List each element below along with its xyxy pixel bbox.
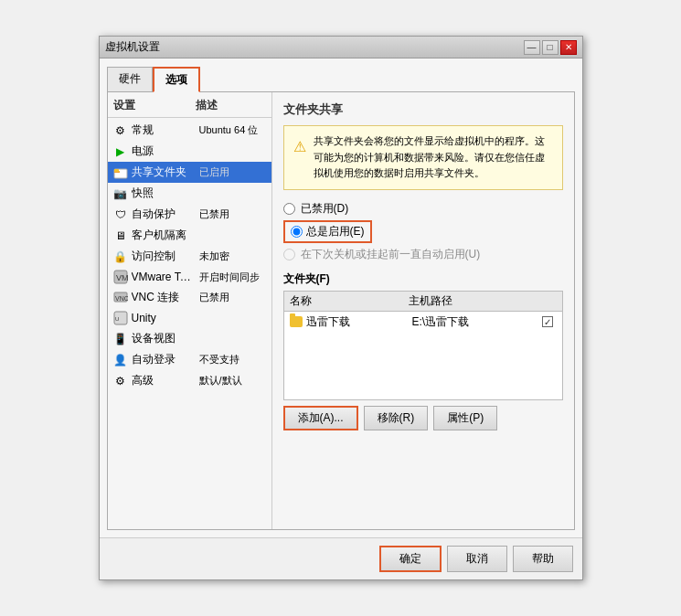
list-item-isolation[interactable]: 🖥 客户机隔离 [108, 225, 271, 246]
list-item-advanced[interactable]: ⚙ 高级 默认/默认 [108, 370, 271, 391]
list-item-shared-folders[interactable]: 共享文件夹 已启用 [108, 162, 271, 183]
folder-enabled-checkbox[interactable]: ✓ [542, 316, 553, 327]
svg-text:VNC: VNC [115, 295, 128, 302]
list-item-deviceview[interactable]: 📱 设备视图 [108, 328, 271, 349]
autologin-icon: 👤 [113, 353, 128, 367]
folder-table-row[interactable]: 迅雷下载 E:\迅雷下载 ✓ [284, 312, 562, 333]
radio-always-label[interactable]: 总是启用(E) [306, 224, 365, 239]
radio-always[interactable] [291, 226, 303, 238]
settings-detail: 文件夹共享 ⚠ 共享文件夹会将您的文件显示给虚拟机中的程序。这可能为您的计算机和… [272, 92, 574, 529]
window-controls: — □ ✕ [524, 40, 577, 55]
tab-options[interactable]: 选项 [153, 67, 200, 92]
tab-content: 设置 描述 ⚙ 常规 Ubuntu 64 位 ▶ 电源 [107, 91, 575, 530]
window-content: 硬件 选项 设置 描述 ⚙ 常规 Ubuntu 64 位 [100, 58, 582, 537]
lock-icon: 🔒 [113, 250, 128, 264]
radio-row-disabled: 已禁用(D) [283, 201, 563, 217]
tab-bar: 硬件 选项 [107, 66, 575, 91]
radio-row-always: 总是启用(E) [283, 220, 563, 243]
close-button[interactable]: ✕ [560, 40, 577, 55]
maximize-button[interactable]: □ [542, 40, 559, 55]
power-icon: ▶ [113, 144, 128, 159]
list-item-vmwaretools[interactable]: VM VMware Tools 开启时间同步 [108, 267, 271, 287]
confirm-button[interactable]: 确定 [379, 546, 442, 572]
radio-row-until-shutdown: 在下次关机或挂起前一直自动启用(U) [283, 247, 563, 262]
list-item-vnc[interactable]: VNC VNC 连接 已禁用 [108, 287, 271, 308]
warning-icon: ⚠ [293, 135, 306, 182]
advanced-icon: ⚙ [113, 374, 128, 388]
radio-disabled[interactable] [283, 203, 295, 215]
radio-until-label: 在下次关机或挂起前一直自动启用(U) [301, 247, 481, 262]
warning-text: 共享文件夹会将您的文件显示给虚拟机中的程序。这可能为您的计算机和数据带来风险。请… [314, 133, 553, 182]
window-title: 虚拟机设置 [105, 39, 160, 55]
unity-icon: U [113, 311, 128, 325]
folder-table: 名称 主机路径 迅雷下载 E:\迅雷下载 ✓ [283, 291, 563, 400]
radio-group-sharing: 已禁用(D) 总是启用(E) 在下次关机或挂起前一直自动启用(U) [283, 201, 563, 262]
radio-until-shutdown[interactable] [283, 249, 295, 260]
title-bar: 虚拟机设置 — □ ✕ [100, 37, 582, 58]
deviceview-icon: 📱 [113, 332, 128, 346]
snapshot-icon: 📷 [113, 186, 128, 201]
folder-action-buttons: 添加(A)... 移除(R) 属性(P) [283, 406, 563, 430]
svg-text:VM: VM [116, 273, 128, 282]
folder-icon [290, 316, 303, 327]
properties-folder-button[interactable]: 属性(P) [433, 406, 497, 430]
folder-table-header: 名称 主机路径 [284, 292, 562, 312]
section-title: 文件夹共享 [283, 101, 563, 118]
list-item-snapshot[interactable]: 📷 快照 [108, 183, 271, 204]
add-folder-button[interactable]: 添加(A)... [283, 406, 358, 430]
minimize-button[interactable]: — [524, 40, 540, 55]
warning-box: ⚠ 共享文件夹会将您的文件显示给虚拟机中的程序。这可能为您的计算机和数据带来风险… [283, 125, 563, 190]
list-item-autoprotect[interactable]: 🛡 自动保护 已禁用 [108, 204, 271, 225]
cancel-button[interactable]: 取消 [447, 546, 507, 572]
vnc-icon: VNC [113, 291, 128, 305]
main-window: 虚拟机设置 — □ ✕ 硬件 选项 设置 描述 [99, 36, 583, 580]
tab-hardware[interactable]: 硬件 [107, 67, 153, 92]
list-header: 设置 描述 [108, 96, 271, 115]
folder-section-title: 文件夹(F) [283, 271, 563, 287]
bottom-bar: 确定 取消 帮助 [100, 537, 582, 579]
list-item-general[interactable]: ⚙ 常规 Ubuntu 64 位 [108, 120, 271, 141]
list-item-power[interactable]: ▶ 电源 [108, 141, 271, 162]
gear-icon: ⚙ [113, 123, 128, 138]
remove-folder-button[interactable]: 移除(R) [364, 406, 429, 430]
list-item-autologin[interactable]: 👤 自动登录 不受支持 [108, 349, 271, 370]
folder-path-cell: E:\迅雷下载 [412, 314, 535, 330]
folder-path: E:\迅雷下载 [412, 315, 470, 328]
radio-disabled-label[interactable]: 已禁用(D) [301, 201, 349, 217]
list-item-unity[interactable]: U Unity [108, 308, 271, 328]
folder-checkbox-cell: ✓ [538, 316, 557, 327]
autoprotect-icon: 🛡 [113, 207, 128, 222]
svg-rect-2 [114, 169, 119, 172]
radio-always-highlight: 总是启用(E) [283, 220, 372, 243]
folder-name: 迅雷下载 [306, 314, 350, 330]
vmware-icon: VM [113, 270, 128, 284]
list-item-access[interactable]: 🔒 访问控制 未加密 [108, 246, 271, 267]
folder-name-cell: 迅雷下载 [290, 314, 409, 330]
settings-list: 设置 描述 ⚙ 常规 Ubuntu 64 位 ▶ 电源 [108, 92, 272, 529]
isolation-icon: 🖥 [113, 228, 128, 243]
shared-folder-icon [113, 165, 128, 180]
svg-text:U: U [115, 316, 119, 322]
help-button[interactable]: 帮助 [513, 546, 573, 572]
